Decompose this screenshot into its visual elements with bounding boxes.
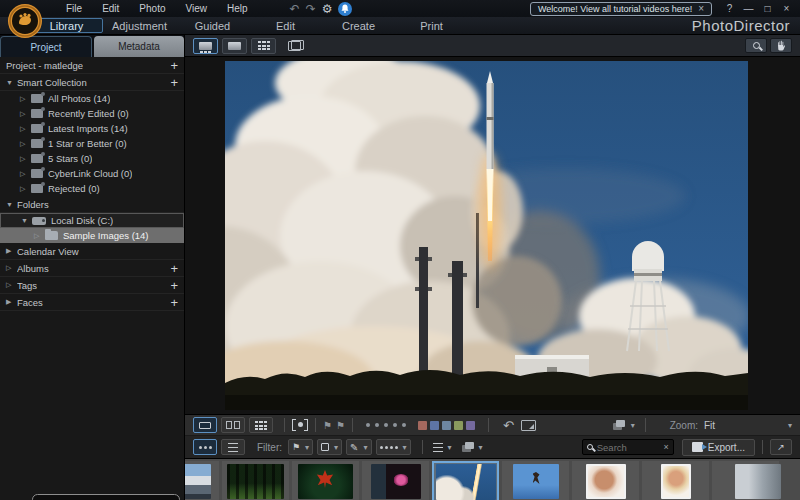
add-tag-icon[interactable]: + — [170, 278, 178, 293]
minimize-button[interactable]: — — [739, 3, 758, 14]
expand-icon[interactable]: ▶ — [6, 247, 17, 255]
compare-view-icon[interactable] — [288, 40, 304, 51]
menu-file[interactable]: File — [56, 1, 92, 16]
thumbnail-rocket-selected[interactable] — [432, 461, 499, 500]
edited-filter-dropdown[interactable]: ✎ ▾ — [346, 439, 371, 455]
softproof-icon[interactable] — [521, 420, 536, 431]
tab-edit[interactable]: Edit — [249, 20, 322, 32]
thumbnails-only-button[interactable] — [193, 439, 217, 455]
tags-header[interactable]: ▷ Tags + — [0, 277, 184, 294]
tooltip-close-icon[interactable]: × — [698, 3, 704, 14]
flag-icon[interactable]: ⚑ — [323, 420, 332, 431]
tab-adjustment[interactable]: Adjustment — [103, 20, 176, 32]
search-input[interactable] — [597, 442, 660, 453]
add-project-icon[interactable]: + — [170, 58, 178, 73]
tab-guided[interactable]: Guided — [176, 20, 249, 32]
thumbnail-jumping-person[interactable] — [502, 461, 569, 500]
collapse-icon[interactable]: ▼ — [21, 217, 32, 224]
tree-item-all-photos[interactable]: ▷ All Photos (14) — [0, 91, 184, 106]
gear-icon[interactable]: ⚙ — [322, 3, 333, 15]
calendar-view-header[interactable]: ▶ Calendar View — [0, 243, 184, 260]
tree-item-five-stars[interactable]: ▷ 5 Stars (0) — [0, 151, 184, 166]
tree-item-cyberlink-cloud[interactable]: ▷ CyberLink Cloud (0) — [0, 166, 184, 181]
close-button[interactable]: × — [777, 3, 796, 14]
color-label-red[interactable] — [418, 421, 427, 430]
rating-filter-dropdown[interactable]: ▾ — [376, 439, 411, 455]
photo-viewer[interactable] — [185, 57, 800, 414]
thumbnail-city[interactable] — [185, 461, 219, 500]
tab-metadata[interactable]: Metadata — [94, 36, 184, 57]
tree-item-one-star-or-better[interactable]: ▷ 1 Star or Better (0) — [0, 136, 184, 151]
smart-collection-header[interactable]: ▼ Smart Collection + — [0, 74, 184, 91]
expand-icon[interactable]: ▷ — [20, 125, 31, 133]
stack-dropdown[interactable]: ▾ — [459, 439, 486, 455]
maximize-button[interactable]: □ — [758, 3, 777, 14]
tree-item-sample-images[interactable]: ▷ Sample Images (14) — [0, 228, 184, 243]
project-header[interactable]: Project - matledge + — [0, 57, 184, 74]
tree-item-rejected[interactable]: ▷ Rejected (0) — [0, 181, 184, 196]
notification-bell-icon[interactable] — [338, 2, 352, 16]
undo-icon[interactable]: ↶ — [290, 3, 300, 15]
expand-icon[interactable]: ▷ — [20, 140, 31, 148]
color-label-purple[interactable] — [466, 421, 475, 430]
menu-view[interactable]: View — [176, 1, 218, 16]
zoom-dropdown[interactable]: Fit ▾ — [704, 420, 792, 431]
tree-item-recently-edited[interactable]: ▷ Recently Edited (0) — [0, 106, 184, 121]
flag-filter-dropdown[interactable]: ⚑ ▾ — [288, 439, 313, 455]
sort-dropdown[interactable]: ▾ — [430, 439, 455, 455]
thumbnail-flower[interactable] — [362, 461, 429, 500]
single-view-button[interactable] — [222, 38, 247, 54]
pan-tool-button[interactable] — [770, 38, 792, 53]
expand-icon[interactable]: ▷ — [20, 185, 31, 193]
help-button[interactable]: ? — [720, 3, 739, 14]
thumbnail-forest[interactable] — [222, 461, 289, 500]
collapse-icon[interactable]: ▼ — [6, 201, 17, 208]
faces-header[interactable]: ▶ Faces + — [0, 294, 184, 311]
export-button[interactable]: Export... — [682, 439, 755, 456]
thumbnail-red-leaf[interactable] — [292, 461, 359, 500]
expand-icon[interactable]: ▷ — [34, 232, 45, 240]
single-photo-mode-button[interactable] — [193, 417, 217, 433]
albums-header[interactable]: ▷ Albums + — [0, 260, 184, 277]
expand-icon[interactable]: ▷ — [6, 281, 17, 289]
filmstrip-view-button[interactable] — [193, 38, 218, 54]
expand-icon[interactable]: ▶ — [6, 298, 17, 306]
expand-icon[interactable]: ▷ — [20, 155, 31, 163]
add-face-icon[interactable]: + — [170, 295, 178, 310]
color-label-swatches[interactable] — [418, 421, 475, 430]
label-filter-dropdown[interactable]: ▾ — [317, 439, 342, 455]
add-album-icon[interactable]: + — [170, 261, 178, 276]
menu-help[interactable]: Help — [217, 1, 258, 16]
menu-edit[interactable]: Edit — [92, 1, 129, 16]
grid-view-button[interactable] — [251, 38, 276, 54]
redo-icon[interactable]: ↷ — [306, 3, 316, 15]
clear-search-icon[interactable]: × — [663, 442, 668, 452]
tab-create[interactable]: Create — [322, 20, 395, 32]
expand-icon[interactable]: ▷ — [6, 264, 17, 272]
star-rating-dots[interactable] — [366, 423, 406, 427]
flag-reject-icon[interactable]: ⚑ — [336, 420, 345, 431]
list-view-button[interactable] — [221, 439, 245, 455]
tree-item-latest-imports[interactable]: ▷ Latest Imports (14) — [0, 121, 184, 136]
face-tag-icon[interactable] — [292, 419, 308, 431]
flag-pick-icons[interactable]: ⚑ ⚑ — [323, 420, 345, 431]
stack-display-icon[interactable] — [613, 420, 625, 430]
thumbnail-mode-button[interactable] — [249, 417, 273, 433]
split-view-mode-button[interactable] — [221, 417, 245, 433]
collapse-icon[interactable]: ▼ — [6, 79, 17, 86]
tree-item-local-disk[interactable]: ▼ Local Disk (C:) — [0, 213, 184, 228]
thumbnail-gray-partial[interactable] — [712, 461, 779, 500]
menu-photo[interactable]: Photo — [129, 1, 175, 16]
color-label-green[interactable] — [454, 421, 463, 430]
open-external-button[interactable]: ↗ — [770, 439, 792, 455]
search-box[interactable]: × — [582, 439, 674, 455]
folders-header[interactable]: ▼ Folders — [0, 196, 184, 213]
add-smart-collection-icon[interactable]: + — [170, 75, 178, 90]
color-label-blue[interactable] — [430, 421, 439, 430]
thumbnail-portrait-1[interactable] — [572, 461, 639, 500]
expand-icon[interactable]: ▷ — [20, 95, 31, 103]
sidebar-bottom-handle[interactable] — [32, 494, 180, 500]
chevron-down-icon[interactable]: ▾ — [631, 421, 635, 430]
tab-print[interactable]: Print — [395, 20, 468, 32]
thumbnail-portrait-2[interactable] — [642, 461, 709, 500]
